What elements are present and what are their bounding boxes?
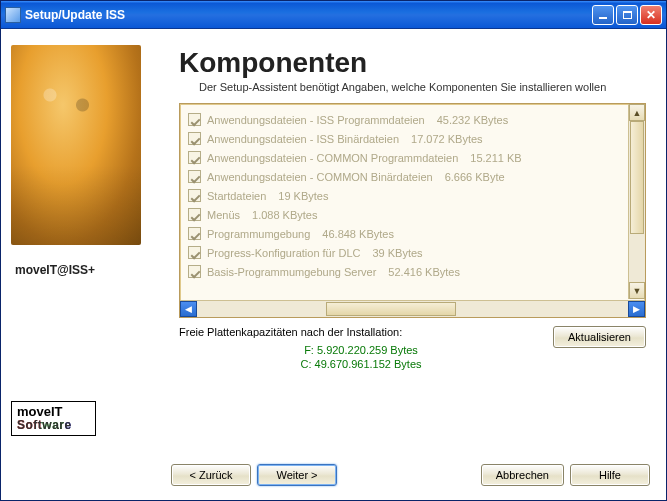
component-size: 6.666 KByte bbox=[445, 171, 505, 183]
sidebar: moveIT@ISS+ moveIT Software bbox=[1, 29, 171, 452]
component-label: Anwendungsdateien - ISS Binärdateien bbox=[207, 133, 399, 145]
component-list[interactable]: Anwendungsdateien - ISS Programmdateien4… bbox=[180, 104, 645, 300]
horizontal-scrollbar[interactable]: ◀ ▶ bbox=[180, 300, 645, 317]
back-button[interactable]: < Zurück bbox=[171, 464, 251, 486]
free-space-block: Freie Plattenkapazitäten nach der Instal… bbox=[179, 326, 543, 372]
component-row[interactable]: Basis-Programmumgebung Server52.416 KByt… bbox=[186, 262, 645, 281]
checkbox-icon[interactable] bbox=[188, 189, 201, 202]
free-space-label: Freie Plattenkapazitäten nach der Instal… bbox=[179, 326, 543, 338]
component-label: Anwendungsdateien - ISS Programmdateien bbox=[207, 114, 425, 126]
checkbox-icon[interactable] bbox=[188, 208, 201, 221]
free-space-row: F: 5.920.220.259 Bytes bbox=[179, 344, 543, 356]
checkbox-icon[interactable] bbox=[188, 265, 201, 278]
vendor-logo: moveIT Software bbox=[11, 401, 96, 436]
main-panel: Komponenten Der Setup-Assistent benötigt… bbox=[171, 29, 666, 452]
scroll-down-icon[interactable]: ▼ bbox=[629, 282, 645, 299]
next-button[interactable]: Weiter > bbox=[257, 464, 337, 486]
component-label: Startdateien bbox=[207, 190, 266, 202]
component-size: 15.211 KB bbox=[470, 152, 521, 164]
checkbox-icon[interactable] bbox=[188, 246, 201, 259]
component-label: Basis-Programmumgebung Server bbox=[207, 266, 376, 278]
page-title: Komponenten bbox=[179, 47, 646, 79]
component-row[interactable]: Programmumgebung46.848 KBytes bbox=[186, 224, 645, 243]
refresh-button[interactable]: Aktualisieren bbox=[553, 326, 646, 348]
maximize-button[interactable] bbox=[616, 5, 638, 25]
component-size: 46.848 KBytes bbox=[322, 228, 394, 240]
component-size: 45.232 KBytes bbox=[437, 114, 509, 126]
scroll-track[interactable] bbox=[629, 121, 645, 282]
page-subheading: Der Setup-Assistent benötigt Angaben, we… bbox=[179, 81, 646, 93]
component-label: Anwendungsdateien - COMMON Binärdateien bbox=[207, 171, 433, 183]
component-size: 19 KBytes bbox=[278, 190, 328, 202]
component-size: 17.072 KBytes bbox=[411, 133, 483, 145]
component-label: Progress-Konfiguration für DLC bbox=[207, 247, 360, 259]
checkbox-icon[interactable] bbox=[188, 132, 201, 145]
scroll-up-icon[interactable]: ▲ bbox=[629, 104, 645, 121]
window-controls: ✕ bbox=[592, 5, 662, 25]
component-size: 1.088 KBytes bbox=[252, 209, 317, 221]
logo-line1: moveIT bbox=[17, 405, 90, 419]
wizard-footer: < Zurück Weiter > Abbrechen Hilfe bbox=[1, 452, 666, 500]
sidebar-artwork bbox=[11, 45, 141, 245]
hscroll-thumb[interactable] bbox=[326, 302, 455, 316]
component-listbox: Anwendungsdateien - ISS Programmdateien4… bbox=[179, 103, 646, 318]
free-space-row: C: 49.670.961.152 Bytes bbox=[179, 358, 543, 370]
vertical-scrollbar[interactable]: ▲ ▼ bbox=[628, 104, 645, 299]
component-row[interactable]: Progress-Konfiguration für DLC39 KBytes bbox=[186, 243, 645, 262]
app-icon bbox=[5, 7, 21, 23]
window-title: Setup/Update ISS bbox=[25, 8, 592, 22]
component-row[interactable]: Anwendungsdateien - ISS Binärdateien17.0… bbox=[186, 129, 645, 148]
component-row[interactable]: Anwendungsdateien - COMMON Programmdatei… bbox=[186, 148, 645, 167]
cancel-button[interactable]: Abbrechen bbox=[481, 464, 564, 486]
component-row[interactable]: Startdateien19 KBytes bbox=[186, 186, 645, 205]
component-row[interactable]: Anwendungsdateien - ISS Programmdateien4… bbox=[186, 110, 645, 129]
setup-window: Setup/Update ISS ✕ moveIT@ISS+ moveIT So… bbox=[0, 0, 667, 501]
scroll-thumb[interactable] bbox=[630, 121, 644, 234]
component-size: 39 KBytes bbox=[372, 247, 422, 259]
brand-text: moveIT@ISS+ bbox=[1, 251, 171, 357]
hscroll-track[interactable] bbox=[197, 301, 628, 317]
component-label: Anwendungsdateien - COMMON Programmdatei… bbox=[207, 152, 458, 164]
component-row[interactable]: Anwendungsdateien - COMMON Binärdateien6… bbox=[186, 167, 645, 186]
minimize-button[interactable] bbox=[592, 5, 614, 25]
content-area: moveIT@ISS+ moveIT Software Komponenten … bbox=[1, 29, 666, 452]
checkbox-icon[interactable] bbox=[188, 151, 201, 164]
under-list-row: Freie Plattenkapazitäten nach der Instal… bbox=[179, 326, 646, 372]
component-label: Menüs bbox=[207, 209, 240, 221]
checkbox-icon[interactable] bbox=[188, 170, 201, 183]
close-button[interactable]: ✕ bbox=[640, 5, 662, 25]
logo-line2: Software bbox=[17, 419, 90, 432]
component-label: Programmumgebung bbox=[207, 228, 310, 240]
checkbox-icon[interactable] bbox=[188, 113, 201, 126]
checkbox-icon[interactable] bbox=[188, 227, 201, 240]
help-button[interactable]: Hilfe bbox=[570, 464, 650, 486]
component-row[interactable]: Menüs1.088 KBytes bbox=[186, 205, 645, 224]
titlebar[interactable]: Setup/Update ISS ✕ bbox=[1, 1, 666, 29]
component-size: 52.416 KBytes bbox=[388, 266, 460, 278]
scroll-left-icon[interactable]: ◀ bbox=[180, 301, 197, 317]
scroll-right-icon[interactable]: ▶ bbox=[628, 301, 645, 317]
